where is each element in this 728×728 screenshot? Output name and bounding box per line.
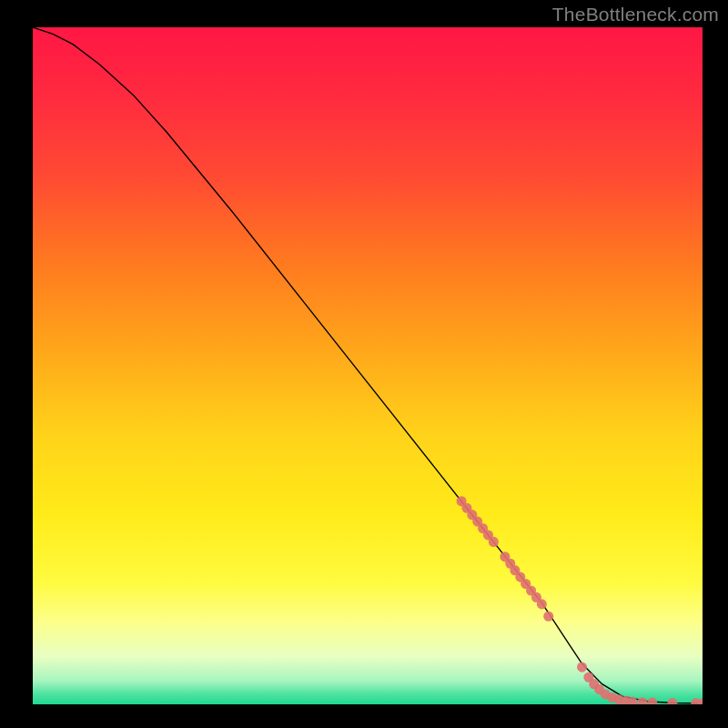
data-point xyxy=(577,662,587,672)
data-point xyxy=(647,698,657,704)
data-point xyxy=(543,612,553,622)
data-point xyxy=(489,537,499,547)
plot-area xyxy=(33,27,703,704)
chart-frame: TheBottleneck.com xyxy=(0,0,728,728)
data-point xyxy=(637,697,647,704)
data-markers xyxy=(457,496,703,704)
data-point xyxy=(667,698,677,704)
data-point xyxy=(537,599,547,609)
plot-svg xyxy=(33,27,703,704)
attribution-text: TheBottleneck.com xyxy=(552,4,719,25)
bottleneck-curve xyxy=(33,27,703,703)
